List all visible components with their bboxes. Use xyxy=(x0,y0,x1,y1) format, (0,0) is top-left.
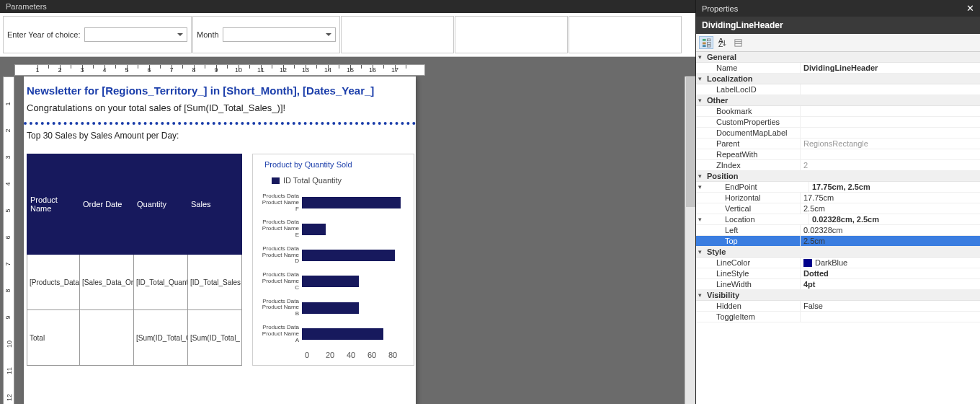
properties-header: Properties ✕ xyxy=(696,0,980,17)
prop-top[interactable]: Top2.5cm xyxy=(696,236,980,247)
prop-name[interactable]: NameDividingLineHeader xyxy=(696,63,980,74)
prop-linewidth[interactable]: LineWidth4pt xyxy=(696,279,980,290)
properties-grid[interactable]: ▾GeneralNameDividingLineHeader▾Localizat… xyxy=(696,52,980,404)
vertical-ruler[interactable]: 1234567891011121314 xyxy=(3,76,14,404)
prop-left[interactable]: Left0.02328cm xyxy=(696,225,980,236)
category-position[interactable]: ▾Position xyxy=(696,171,980,182)
prop-documentmaplabel[interactable]: DocumentMapLabel xyxy=(696,128,980,139)
prop-labellocid[interactable]: LabelLocID xyxy=(696,84,980,95)
close-icon[interactable]: ✕ xyxy=(966,3,974,14)
chevron-down-icon: ▾ xyxy=(698,248,707,255)
prop-toggleitem[interactable]: ToggleItem xyxy=(696,312,980,322)
param-blank-3[interactable] xyxy=(569,16,682,53)
bar-row: Products Data Product Name F xyxy=(257,193,409,212)
svg-rect-2 xyxy=(702,45,705,47)
prop-location[interactable]: ▾Location0.02328cm, 2.5cm xyxy=(696,214,980,225)
table-header[interactable]: Product Name xyxy=(27,154,80,255)
bar-fill xyxy=(302,328,383,340)
chart-x-axis: 020406080 xyxy=(305,351,409,359)
chart-bars: Products Data Product Name FProducts Dat… xyxy=(257,193,409,343)
parameters-header: Parameters xyxy=(0,0,695,13)
bar-row: Products Data Product Name B xyxy=(257,299,409,317)
report-congrats[interactable]: Congratulations on your total sales of [… xyxy=(24,102,416,122)
param-blank-1[interactable] xyxy=(341,16,454,53)
svg-rect-5 xyxy=(707,45,710,47)
scrollbar-thumb[interactable] xyxy=(686,77,695,207)
horizontal-ruler[interactable]: 1234567891011121314151617 xyxy=(14,64,425,76)
bar-fill xyxy=(302,197,401,208)
table-header[interactable]: Sales xyxy=(188,154,242,255)
svg-rect-3 xyxy=(707,38,710,40)
bar-label: Products Data Product Name A xyxy=(257,325,302,343)
prop-hidden[interactable]: HiddenFalse xyxy=(696,301,980,312)
bar-label: Products Data Product Name E xyxy=(257,219,302,238)
report-subtitle[interactable]: Top 30 Sales by Sales Amount per Day: xyxy=(24,128,416,154)
categorized-view-button[interactable] xyxy=(699,36,713,49)
prop-repeatwith[interactable]: RepeatWith xyxy=(696,149,980,160)
parameters-body: Enter Year of choice: Month xyxy=(0,13,695,57)
table-header[interactable]: Quantity xyxy=(134,154,188,255)
param-month-select[interactable] xyxy=(223,27,336,42)
category-other[interactable]: ▾Other xyxy=(696,95,980,106)
bar-fill xyxy=(302,224,326,235)
sales-table[interactable]: Product NameOrder DateQuantitySales[Prod… xyxy=(27,154,242,366)
bar-row: Products Data Product Name D xyxy=(257,246,409,265)
param-year-select[interactable] xyxy=(84,27,187,42)
param-month-cell: Month xyxy=(192,16,340,53)
category-style[interactable]: ▾Style xyxy=(696,247,980,258)
svg-rect-1 xyxy=(702,42,705,44)
legend-label: ID Total Quantity xyxy=(283,176,342,185)
category-general[interactable]: ▾General xyxy=(696,52,980,63)
param-month-label: Month xyxy=(197,30,219,39)
prop-bookmark[interactable]: Bookmark xyxy=(696,106,980,117)
chevron-down-icon: ▾ xyxy=(698,53,707,61)
prop-zindex[interactable]: ZIndex2 xyxy=(696,160,980,171)
chevron-down-icon: ▾ xyxy=(696,216,705,223)
dividing-line-header[interactable] xyxy=(24,122,416,125)
properties-title: Properties xyxy=(702,4,738,13)
param-blank-2[interactable] xyxy=(455,16,568,53)
param-year-cell: Enter Year of choice: xyxy=(3,16,192,53)
chart-legend: ID Total Quantity xyxy=(257,176,409,193)
properties-panel: Properties ✕ DividingLineHeader AZ ▾Gene… xyxy=(695,0,980,404)
bar-fill xyxy=(302,276,359,287)
chevron-down-icon: ▾ xyxy=(698,75,707,82)
chevron-down-icon: ▾ xyxy=(698,291,707,299)
bar-label: Products Data Product Name D xyxy=(257,246,302,265)
property-pages-button[interactable] xyxy=(731,36,745,49)
color-swatch-icon xyxy=(803,259,812,267)
table-header[interactable]: Order Date xyxy=(80,154,134,255)
bar-fill xyxy=(302,302,359,314)
design-surface[interactable]: 1234567891011121314151617 12345678910111… xyxy=(0,57,695,404)
table-row[interactable]: [Products_Data_[Sales_Data_Ord[ID_Total_… xyxy=(27,255,242,310)
prop-vertical[interactable]: Vertical2.5cm xyxy=(696,203,980,214)
prop-endpoint[interactable]: ▾EndPoint17.75cm, 2.5cm xyxy=(696,182,980,193)
chevron-down-icon: ▾ xyxy=(696,183,705,190)
vertical-scrollbar[interactable] xyxy=(685,76,695,404)
report-title[interactable]: Newsletter for [Regions_Territory_] in [… xyxy=(24,76,416,102)
table-row[interactable]: Total[Sum(ID_Total_Q[Sum(ID_Total_ xyxy=(27,310,242,366)
prop-linestyle[interactable]: LineStyleDotted xyxy=(696,268,980,279)
svg-rect-0 xyxy=(702,38,705,40)
left-panel: Parameters Enter Year of choice: Month 1… xyxy=(0,0,695,404)
svg-rect-4 xyxy=(707,42,710,44)
svg-text:Z: Z xyxy=(718,40,722,48)
bar-row: Products Data Product Name A xyxy=(257,325,409,343)
prop-parent[interactable]: ParentRegionsRectangle xyxy=(696,139,980,149)
category-localization[interactable]: ▾Localization xyxy=(696,74,980,84)
properties-object-name[interactable]: DividingLineHeader xyxy=(696,17,980,34)
legend-swatch-icon xyxy=(272,177,280,184)
properties-toolbar: AZ xyxy=(696,34,980,52)
prop-linecolor[interactable]: LineColorDarkBlue xyxy=(696,258,980,268)
bar-fill xyxy=(302,250,395,261)
report-canvas[interactable]: Newsletter for [Regions_Territory_] in [… xyxy=(24,76,416,404)
param-year-label: Enter Year of choice: xyxy=(7,30,81,39)
bar-row: Products Data Product Name E xyxy=(257,219,409,238)
alphabetical-view-button[interactable]: AZ xyxy=(715,36,729,49)
bar-label: Products Data Product Name F xyxy=(257,193,302,212)
chart-container[interactable]: Product by Quantity Sold ID Total Quanti… xyxy=(252,154,414,366)
chevron-down-icon: ▾ xyxy=(698,97,707,104)
prop-horizontal[interactable]: Horizontal17.75cm xyxy=(696,193,980,203)
prop-customproperties[interactable]: CustomProperties xyxy=(696,117,980,128)
category-visibility[interactable]: ▾Visibility xyxy=(696,290,980,301)
